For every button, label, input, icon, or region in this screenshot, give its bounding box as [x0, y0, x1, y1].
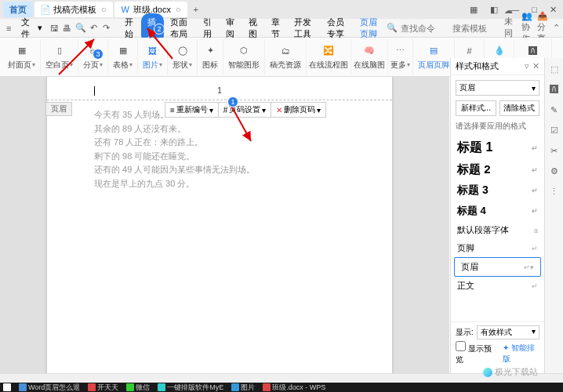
print-icon[interactable]: 🖶 [62, 22, 74, 34]
search-icon: 🔍 [387, 23, 398, 33]
tool-more-icon[interactable]: ⋮ [548, 185, 561, 198]
tool-pen-icon[interactable]: ✎ [548, 103, 561, 116]
taskbar-item[interactable]: 图片 [231, 383, 255, 393]
document-area[interactable]: 1 页眉 ≡重新编号▾ #页码设置▾ ✕删除页码▾ 今天有 35 人到场。 其余… [0, 77, 449, 373]
redo-icon[interactable]: ↷ [100, 22, 112, 34]
renumber-button[interactable]: ≡重新编号▾ [165, 103, 219, 117]
save-icon[interactable]: 🖫 [49, 22, 60, 34]
tool-select-icon[interactable]: ⬚ [548, 63, 561, 75]
ribbon-shapes[interactable]: ◯形状▾ [168, 39, 198, 74]
site-watermark: 极光下载站 [483, 366, 538, 378]
annotation-badge-3: 3 [93, 49, 104, 60]
styles-panel: 样式和格式 ▿✕ 页眉▾ 新样式... 清除格式 请选择要应用的格式 标题 1↵… [450, 58, 544, 373]
smart-layout-link[interactable]: ✦ 智能排版 [503, 343, 539, 365]
menubar: ≡ 文件▾ 🖫 🖶 🔍 ↶ ↷ 开始 插入 页面布局 引用 审阅 视图 章节 开… [0, 19, 563, 38]
undo-icon[interactable]: ↶ [88, 22, 100, 34]
taskbar-item[interactable]: 班级.docx - WPS [263, 383, 325, 393]
style-header[interactable]: 页眉↵▾ [454, 257, 541, 277]
tool-todo-icon[interactable]: ☑ [548, 124, 561, 136]
new-style-button[interactable]: 新样式... [456, 100, 496, 116]
header-floating-toolbar: ≡重新编号▾ #页码设置▾ ✕删除页码▾ [165, 102, 326, 118]
watermark-logo-icon [483, 368, 492, 377]
panel-menu-icon[interactable]: ▿ [525, 61, 529, 71]
tool-style-icon[interactable]: 🅰 [548, 83, 561, 96]
taskbar-item[interactable]: 开天天 [88, 383, 118, 393]
ribbon-mindmap[interactable]: 🧠在线脑图 [351, 39, 388, 74]
annotation-badge-1: 1 [227, 96, 238, 107]
collapse-ribbon-icon[interactable]: ⌃ [553, 23, 560, 33]
taskbar: Word页眉怎么退 开天天 微信 一键排版软件MyE 图片 班级.docx - … [0, 383, 563, 392]
ribbon-picture[interactable]: 🖼图片▾ [138, 39, 168, 74]
panel-close-icon[interactable]: ✕ [532, 61, 539, 71]
menu-icon[interactable]: ≡ [3, 22, 15, 34]
tool-gear-icon[interactable]: ⚙ [548, 165, 561, 177]
right-tool-strip: ⬚ 🅰 ✎ ☑ ✂ ⚙ ⋮ [544, 58, 563, 373]
command-search[interactable]: 🔍 [387, 23, 448, 33]
ribbon-table[interactable]: ▦表格▾ [108, 39, 138, 74]
ribbon-smartart[interactable]: ⬡智能图形 [223, 39, 265, 74]
ribbon-more[interactable]: ⋯更多▾ [388, 39, 413, 74]
ribbon-resource[interactable]: 🗂稿壳资源 [265, 39, 307, 74]
show-filter[interactable]: 显示: 有效样式▾ [456, 325, 539, 339]
doc-icon: 📄 [41, 5, 50, 14]
page-setup-button[interactable]: #页码设置▾ [219, 103, 272, 117]
style-heading1[interactable]: 标题 1↵ [451, 136, 544, 159]
taskbar-item[interactable] [3, 383, 11, 391]
taskbar-item[interactable]: Word页眉怎么退 [19, 383, 80, 393]
delete-pagenum-button[interactable]: ✕删除页码▾ [271, 103, 325, 117]
ribbon-blank-page[interactable]: ▯空白页▾ [41, 39, 78, 74]
taskbar-item[interactable]: 微信 [126, 383, 150, 393]
page-header-area[interactable]: 1 [47, 77, 392, 100]
style-default-font[interactable]: 默认段落字体a [451, 221, 544, 239]
style-heading3[interactable]: 标题 3↵ [451, 180, 544, 201]
statusbar [0, 373, 563, 383]
styles-hint: 请选择要应用的格式 [451, 116, 544, 136]
ribbon-header-footer[interactable]: ▤页眉页脚 [413, 39, 455, 74]
page[interactable]: 1 页眉 ≡重新编号▾ #页码设置▾ ✕删除页码▾ 今天有 35 人到场。 其余… [47, 77, 392, 373]
style-body[interactable]: 正文↵ [451, 277, 544, 295]
ribbon-flowchart[interactable]: 🔀在线流程图 [307, 39, 351, 74]
template-search[interactable] [452, 24, 499, 33]
ribbon-cover-page[interactable]: ▦封面页▾ [3, 39, 41, 74]
annotation-badge-2: 2 [154, 24, 165, 34]
style-heading4[interactable]: 标题 4↵ [451, 201, 544, 221]
text-cursor [94, 86, 95, 96]
command-search-input[interactable] [401, 24, 448, 33]
page-number-field[interactable]: 1 [217, 86, 222, 95]
header-tag: 页眉 [45, 102, 72, 116]
ribbon-icons[interactable]: ✦图标 [198, 39, 223, 74]
close-icon[interactable]: ○ [101, 5, 107, 14]
template-search-input[interactable] [452, 24, 499, 33]
styles-panel-header: 样式和格式 ▿✕ [451, 58, 544, 75]
style-heading2[interactable]: 标题 2↵ [451, 159, 544, 180]
taskbar-item[interactable]: 一键排版软件MyE [158, 383, 223, 393]
preview-icon[interactable]: 🔍 [74, 22, 86, 34]
tool-clip-icon[interactable]: ✂ [548, 144, 561, 157]
style-footer[interactable]: 页脚↵ [451, 239, 544, 257]
clear-format-button[interactable]: 清除格式 [499, 100, 540, 116]
preview-checkbox[interactable]: 显示预览 [456, 341, 496, 365]
current-style-dropdown[interactable]: 页眉▾ [456, 80, 539, 96]
